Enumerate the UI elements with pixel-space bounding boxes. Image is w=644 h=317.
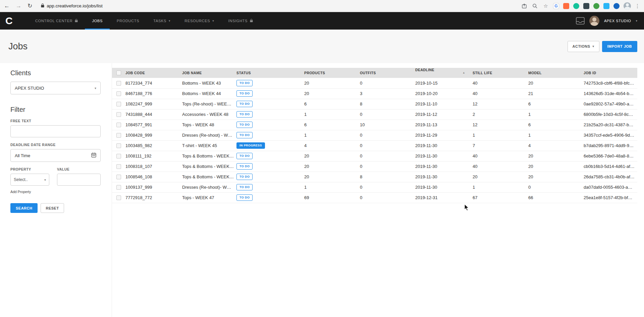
reset-button[interactable]: RESET <box>41 203 64 213</box>
zoom-icon[interactable] <box>532 3 538 9</box>
address-bar[interactable]: app.creativeforce.io/jobs/list <box>41 3 521 9</box>
col-header-products[interactable]: PRODUCTS <box>304 68 360 78</box>
nav-item-tasks[interactable]: TASKS ▾ <box>146 12 177 30</box>
row-checkbox[interactable] <box>116 143 121 148</box>
row-checkbox[interactable] <box>116 91 121 96</box>
table-row[interactable]: 8172334_774 Bottoms - WEEK 43 TO DO 20 0… <box>112 78 637 88</box>
col-header-job-id[interactable]: JOB ID <box>584 68 637 78</box>
extension-dark-icon[interactable] <box>583 3 589 9</box>
still-life-cell: 40 <box>473 88 528 99</box>
col-header-outfits[interactable]: OUTFITS <box>360 68 415 78</box>
client-select[interactable]: APEX STUDIO ▾ <box>10 82 101 94</box>
search-button[interactable]: SEARCH <box>10 203 38 213</box>
free-text-input[interactable] <box>10 125 101 137</box>
col-header-job-name[interactable]: JOB NAME <box>182 68 236 78</box>
table-row[interactable]: 1008318_107 Tops & Bottoms - WEEK … TO D… <box>112 161 637 172</box>
job-name-cell[interactable]: Tops - WEEK 47 <box>182 192 236 203</box>
outfits-cell: 8 <box>360 172 415 182</box>
row-checkbox[interactable] <box>116 112 121 117</box>
nav-item-control-center[interactable]: CONTROL CENTER <box>28 12 85 30</box>
col-header-model[interactable]: MODEL <box>528 68 584 78</box>
property-value-input[interactable] <box>57 174 101 186</box>
table-row[interactable]: 1082247_999 Tops (Re-shoot) - WEEK45 TO … <box>112 99 637 109</box>
row-checkbox[interactable] <box>116 185 121 190</box>
model-cell: 1 <box>528 109 584 120</box>
nav-item-products[interactable]: PRODUCTS <box>110 12 146 30</box>
table-row[interactable]: 7772918_772 Tops - WEEK 47 TO DO 69 0 20… <box>112 192 637 203</box>
header-actions: ACTIONS ▾ IMPORT JOB <box>568 41 637 52</box>
job-name-cell[interactable]: Tops & Bottoms - WEEK … <box>182 161 236 172</box>
still-life-cell: 12 <box>473 99 528 109</box>
page-header: Jobs ACTIONS ▾ IMPORT JOB <box>0 30 644 63</box>
row-checkbox[interactable] <box>116 81 121 86</box>
account-name[interactable]: APEX STUDIO <box>604 19 631 23</box>
still-life-cell: 12 <box>473 120 528 130</box>
products-cell: 4 <box>304 140 360 151</box>
job-name-cell[interactable]: Tops (Re-shoot) - WEEK45 <box>182 99 236 109</box>
col-header-job-code[interactable]: JOB CODE <box>125 68 182 78</box>
extension-blue-icon[interactable] <box>603 3 609 9</box>
browser-profile-avatar[interactable] <box>624 2 631 10</box>
outfits-cell: 0 <box>360 161 415 172</box>
extension-teal-icon[interactable] <box>573 3 579 9</box>
table-header-row: JOB CODE JOB NAME STATUS PRODUCTS OUTFIT… <box>112 68 637 78</box>
table-row[interactable]: 1003485_982 T-shirt - WEEK 45 IN PROGRES… <box>112 140 637 151</box>
browser-menu-icon[interactable]: ⋮ <box>635 3 640 9</box>
job-name-cell[interactable]: T-shirt - WEEK 45 <box>182 140 236 151</box>
job-name-cell[interactable]: Bottoms - WEEK 43 <box>182 78 236 88</box>
row-checkbox[interactable] <box>116 175 121 179</box>
bookmark-star-icon[interactable]: ☆ <box>542 3 549 9</box>
status-badge: IN PROGRESS <box>236 142 265 149</box>
property-select[interactable]: Select.. ▾ <box>10 174 49 186</box>
job-code-cell: 1008318_107 <box>125 161 182 172</box>
job-name-cell[interactable]: Tops - WEEK 48 <box>182 120 236 130</box>
chevron-down-icon[interactable]: ▾ <box>636 19 637 22</box>
row-checkbox[interactable] <box>116 164 121 169</box>
creativeforce-logo[interactable]: C <box>5 12 19 30</box>
table-row[interactable]: 1008111_192 Tops & Bottoms - WEEK … TO D… <box>112 151 637 161</box>
row-checkbox[interactable] <box>116 123 121 127</box>
table-row[interactable]: 1009137_999 Dresses (Re-shoot)- WEE… TO … <box>112 182 637 192</box>
account-avatar[interactable] <box>589 16 599 26</box>
inbox-icon[interactable] <box>576 17 585 25</box>
actions-button[interactable]: ACTIONS ▾ <box>568 41 599 52</box>
job-name-cell[interactable]: Dresses (Re-shoot) - WE… <box>182 130 236 140</box>
nav-item-insights[interactable]: INSIGHTS <box>221 12 260 30</box>
table-row[interactable]: 1008428_999 Dresses (Re-shoot) - WE… TO … <box>112 130 637 140</box>
forward-icon[interactable]: → <box>16 3 21 9</box>
extension-orange-icon[interactable] <box>563 3 569 9</box>
row-checkbox[interactable] <box>116 195 121 200</box>
col-header-deadline[interactable]: DEADLINE▲ <box>415 68 473 78</box>
model-cell: 21 <box>528 88 584 99</box>
share-icon[interactable] <box>521 3 528 9</box>
nav-item-resources[interactable]: RESOURCES ▾ <box>177 12 221 30</box>
job-name-cell[interactable]: Tops & Bottoms - WEEK … <box>182 172 236 182</box>
table-row[interactable]: 8467188_776 Bottoms - WEEK 44 TO DO 20 3… <box>112 88 637 99</box>
job-id-cell: cb0b16b3-5d14-4d61-afe… <box>584 161 637 172</box>
still-life-cell: 40 <box>473 151 528 161</box>
row-checkbox[interactable] <box>116 133 121 138</box>
add-property-link[interactable]: Add Property <box>10 190 31 194</box>
select-all-checkbox[interactable] <box>116 71 121 75</box>
row-checkbox[interactable] <box>116 154 121 158</box>
job-name-cell[interactable]: Tops & Bottoms - WEEK … <box>182 151 236 161</box>
model-cell: 6 <box>528 99 584 109</box>
extension-navy-icon[interactable] <box>613 3 620 9</box>
extension-g-icon[interactable]: G <box>553 3 559 9</box>
import-job-button[interactable]: IMPORT JOB <box>602 41 637 52</box>
reload-icon[interactable]: ↻ <box>28 3 32 9</box>
row-checkbox[interactable] <box>116 102 121 106</box>
back-icon[interactable]: ← <box>4 3 10 9</box>
job-name-cell[interactable]: Dresses (Re-shoot)- WEE… <box>182 182 236 192</box>
job-code-cell: 1082247_999 <box>125 99 182 109</box>
job-name-cell[interactable]: Accessories - WEEK 48 <box>182 109 236 120</box>
extension-green-icon[interactable] <box>593 3 599 9</box>
table-row[interactable]: 7431888_444 Accessories - WEEK 48 TO DO … <box>112 109 637 120</box>
table-row[interactable]: 1084577_991 Tops - WEEK 48 TO DO 6 10 20… <box>112 120 637 130</box>
deadline-range-input[interactable]: All Time <box>10 149 101 162</box>
job-name-cell[interactable]: Bottoms - WEEK 44 <box>182 88 236 99</box>
col-header-status[interactable]: STATUS <box>236 68 304 78</box>
col-header-still-life[interactable]: STILL LIFE <box>473 68 528 78</box>
nav-item-jobs[interactable]: JOBS <box>85 12 110 30</box>
table-row[interactable]: 1008546_108 Tops & Bottoms - WEEK … TO D… <box>112 172 637 182</box>
